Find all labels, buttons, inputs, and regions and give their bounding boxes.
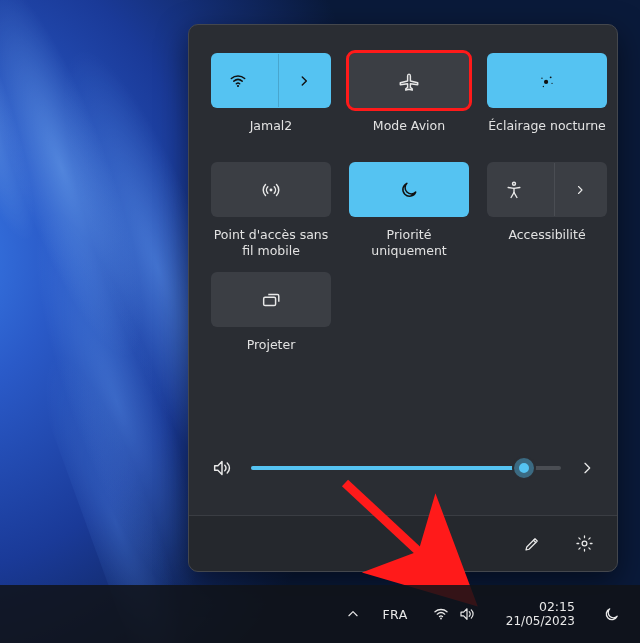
project-icon xyxy=(260,289,282,311)
svg-rect-8 xyxy=(264,297,276,305)
moon-icon xyxy=(399,180,419,200)
focus-assist-label: Priorité uniquement xyxy=(349,227,469,258)
accessibility-toggle[interactable] xyxy=(487,162,607,217)
focus-assist-toggle[interactable] xyxy=(349,162,469,217)
night-light-icon xyxy=(536,70,558,92)
svg-point-5 xyxy=(543,85,544,86)
accessibility-toggle-main[interactable] xyxy=(488,163,540,216)
wifi-icon xyxy=(228,71,248,91)
svg-point-6 xyxy=(270,188,273,191)
svg-point-9 xyxy=(582,541,587,546)
night-light-label: Éclairage nocturne xyxy=(488,118,606,148)
airplane-mode-label: Mode Avion xyxy=(373,118,445,148)
svg-point-1 xyxy=(544,79,548,83)
svg-point-7 xyxy=(512,182,515,185)
wifi-icon xyxy=(432,605,450,623)
volume-slider-thumb[interactable] xyxy=(514,458,534,478)
project-toggle[interactable] xyxy=(211,272,331,327)
language-indicator[interactable]: FRA xyxy=(376,594,413,634)
network-volume-button[interactable] xyxy=(424,594,484,634)
project-label: Projeter xyxy=(247,337,296,367)
night-light-toggle[interactable] xyxy=(487,53,607,108)
svg-point-3 xyxy=(541,77,542,78)
wifi-expand-button[interactable] xyxy=(278,54,331,107)
volume-icon xyxy=(211,457,233,479)
quick-settings-flyout: Jamal2 Mode Avion Éclairage nocturne xyxy=(188,24,618,572)
chevron-up-icon xyxy=(346,607,360,621)
clock-date: 21/05/2023 xyxy=(506,614,575,629)
hotspot-label: Point d'accès sans fil mobile xyxy=(211,227,331,258)
svg-point-4 xyxy=(551,82,552,83)
wifi-label: Jamal2 xyxy=(250,118,293,148)
volume-slider-fill xyxy=(251,466,524,470)
gear-icon xyxy=(575,534,594,553)
language-label: FRA xyxy=(382,607,407,622)
accessibility-expand-button[interactable] xyxy=(554,163,607,216)
quick-settings-tiles: Jamal2 Mode Avion Éclairage nocturne xyxy=(189,25,617,375)
all-settings-button[interactable] xyxy=(565,525,603,563)
volume-row xyxy=(189,443,617,515)
taskbar: FRA 02:15 21/05/2023 xyxy=(0,585,640,643)
svg-point-0 xyxy=(237,84,239,86)
quick-settings-footer xyxy=(189,515,617,571)
airplane-icon xyxy=(398,70,420,92)
airplane-mode-toggle[interactable] xyxy=(349,53,469,108)
chevron-right-icon xyxy=(297,74,311,88)
tray-overflow-button[interactable] xyxy=(340,594,366,634)
clock-time: 02:15 xyxy=(539,599,575,615)
wifi-toggle[interactable] xyxy=(211,53,331,108)
volume-slider[interactable] xyxy=(251,466,561,470)
pencil-icon xyxy=(523,535,541,553)
edit-quick-settings-button[interactable] xyxy=(513,525,551,563)
volume-expand-button[interactable] xyxy=(579,460,595,476)
hotspot-icon xyxy=(260,179,282,201)
chevron-right-icon xyxy=(574,184,586,196)
moon-icon xyxy=(603,606,620,623)
accessibility-label: Accessibilité xyxy=(508,227,585,257)
notification-center-button[interactable] xyxy=(597,594,626,634)
wifi-toggle-main[interactable] xyxy=(212,54,264,107)
volume-icon xyxy=(458,605,476,623)
clock-button[interactable]: 02:15 21/05/2023 xyxy=(494,594,587,634)
svg-point-2 xyxy=(550,76,552,78)
hotspot-toggle[interactable] xyxy=(211,162,331,217)
accessibility-icon xyxy=(504,180,524,200)
svg-point-11 xyxy=(440,618,442,620)
